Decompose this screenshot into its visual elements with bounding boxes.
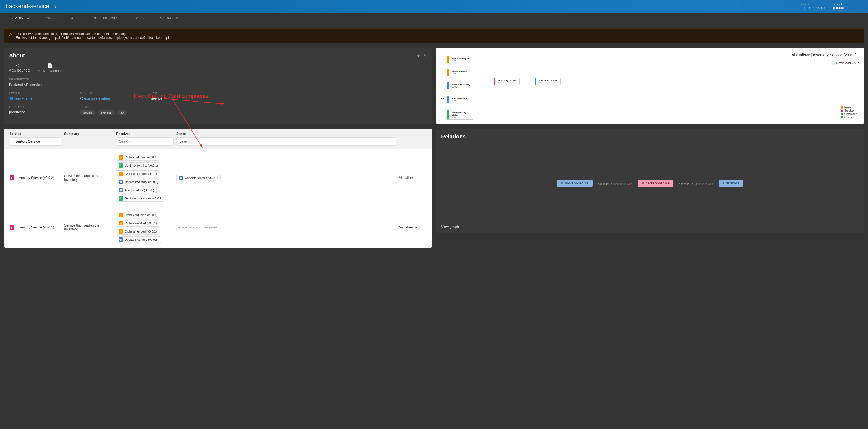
receive-pill[interactable]: 💬Add inventory (v0.0.3) [116,187,157,194]
node-icon: ⊕ [561,181,563,185]
pill-icon: 💬 [119,188,123,192]
legend-item: Query [841,116,857,119]
th-sends: Sends [176,132,396,146]
legend-item: Command [841,112,857,115]
lifecycle-value: production [833,6,849,10]
relation-node[interactable]: ⊕backend-service [638,180,674,187]
summary-text: Service that handles the inventory [64,174,114,182]
visualiser-canvas[interactable]: List inventory listv0.0.1Order amendedv0… [436,48,864,124]
refresh-icon[interactable]: ⟳ [417,54,420,58]
tag[interactable]: nodejs [80,110,95,115]
zoom-in-button[interactable]: + [439,89,445,95]
service-filter[interactable]: Inventory Service [9,137,61,146]
about-owner[interactable]: 👥 team-name [9,96,58,101]
tag[interactable]: express [98,110,115,115]
about-title: About [9,53,25,59]
doc-icon: 📄 [38,63,62,68]
tab-dependencies[interactable]: DEPENDENCIES [85,12,127,24]
about-system[interactable]: ⬡ example-system [80,96,129,101]
about-owner-label: OWNER [9,92,58,95]
vis-node[interactable]: Order amendedv0.0.1 [447,69,473,76]
receive-pill[interactable]: ⚡Order amended (v0.0.1) [116,228,159,235]
pill-icon: 💬 [179,176,183,180]
about-panel: About ⟳ ✎ < > VIEW SOURCE 📄 VIEW TECHDOC… [4,48,432,124]
sends-search[interactable] [176,137,396,146]
tab-api[interactable]: API [63,12,85,24]
relations-canvas[interactable]: ⊕frontend-servicedependsOn / dependencyO… [436,145,864,222]
vis-node[interactable]: Get order detailsv0.0.1 [534,78,561,85]
lifecycle-label: Lifecycle [833,3,849,6]
relations-title: Relations [441,134,859,140]
receive-pill[interactable]: ⚡Order confirmed (v0.0.1) [116,212,160,218]
alert-line1: This entity has relations to other entit… [16,32,169,36]
view-source-button[interactable]: < > VIEW SOURCE [9,63,30,73]
visualiser-link[interactable]: Visualiser → [399,225,426,229]
title-text: backend-service [5,3,49,10]
vis-node[interactable]: Add inventoryv0.0.3 [447,96,473,103]
legend-item: Service [841,109,857,112]
tag[interactable]: api [117,110,128,115]
pill-icon: 🔍 [119,196,123,201]
about-lifecycle-label: LIFECYCLE [9,105,58,108]
about-tags: nodejsexpressapi [80,110,129,115]
owner-block: Owner 👥 team-name [801,3,825,10]
receive-pill[interactable]: 🔍Get inventory status (v0.0.1) [116,195,165,202]
service-name[interactable]: Inventory Service (v0.0.1) [17,225,54,229]
visualiser-legend: EventServiceCommandQuery [838,104,860,121]
view-graph-link[interactable]: View graph → [441,225,463,229]
about-lifecycle: production [9,110,58,114]
receives-search[interactable] [116,137,174,146]
pill-icon: 💬 [119,180,123,184]
relation-node[interactable]: ≡database [718,180,743,187]
th-receives: Receives [116,132,174,146]
receive-pill[interactable]: 💬Update inventory (v0.0.3) [116,179,161,185]
service-icon: ◧ [9,175,14,180]
tab-visualzer[interactable]: VISUALZER [152,12,186,24]
vis-node[interactable]: Get inventory statusv0.0.1 [447,110,473,120]
relation-edge: dependsOn / dependencyOf [592,181,638,185]
receive-pill[interactable]: ⚡Order confirmed (v0.0.1) [116,154,160,161]
relation-node[interactable]: ⊕frontend-service [557,180,592,187]
view-techdocs-button[interactable]: 📄 VIEW TECHDOCS [38,63,62,73]
page-title: backend-service ☆ [5,3,57,10]
legend-item: Event [841,106,857,109]
send-pill[interactable]: 💬Get order details (v0.0.1) [176,175,221,181]
receive-pill[interactable]: ⚡Order cancelled (v0.0.1) [116,220,159,227]
tab-ci/cd[interactable]: CI/CD [38,12,63,24]
download-visual-link[interactable]: 📄 Download visual [831,61,860,65]
pill-icon: ⚡ [119,172,123,176]
more-icon[interactable]: ⋮ [858,3,863,9]
eventcatalog-table: Service Inventory Service Summary Receiv… [4,128,432,248]
desc-label: DESCRIPTION [9,78,427,81]
vis-node[interactable]: Update inventoryv0.0.3 [447,82,473,89]
service-icon: ◧ [9,225,14,230]
th-summary: Summary [64,132,114,136]
summary-text: Service that handles the inventory [64,224,114,231]
lifecycle-block: Lifecycle production [833,3,849,10]
warning-icon: ⚠ [9,32,12,40]
node-icon: ⊕ [642,181,644,185]
table-row: ◧Inventory Service (v0.0.2)Service that … [4,149,432,206]
owner-value[interactable]: 👥 team-name [801,6,825,10]
receive-pill[interactable]: ⚡Order amended (v0.0.1) [116,170,159,177]
pill-icon: ⚡ [119,155,123,160]
edit-icon[interactable]: ✎ [424,54,427,58]
vis-node[interactable]: List inventory listv0.0.1 [447,56,473,63]
pill-icon: ⚡ [119,213,123,217]
receive-pill[interactable]: 💬Update inventory (v0.0.3) [116,236,161,243]
star-icon[interactable]: ☆ [53,3,57,9]
tab-docs[interactable]: DOCS [127,12,152,24]
tab-overview[interactable]: OVERVIEW [4,12,38,24]
code-icon: < > [9,63,30,68]
receive-pill[interactable]: 🔍List inventory list (v0.0.1) [116,162,160,169]
service-name[interactable]: Inventory Service (v0.0.2) [17,176,54,180]
visualiser-link[interactable]: Visualiser → [399,176,426,180]
vis-node[interactable]: Inventory Servicev0.0.2 [494,78,520,85]
pill-icon: 🔍 [119,163,123,168]
table-row: ◧Inventory Service (v0.0.1)Service that … [4,206,432,248]
visualiser-panel: Visualiser | Inventory Service (v0.0.2) … [436,48,864,124]
pill-icon: ⚡ [119,221,123,225]
fullscreen-button[interactable]: ⛶ [439,97,445,104]
relations-panel: Relations ⊕frontend-servicedependsOn / d… [436,128,864,233]
tab-bar: OVERVIEWCI/CDAPIDEPENDENCIESDOCSVISUALZE… [0,12,868,24]
